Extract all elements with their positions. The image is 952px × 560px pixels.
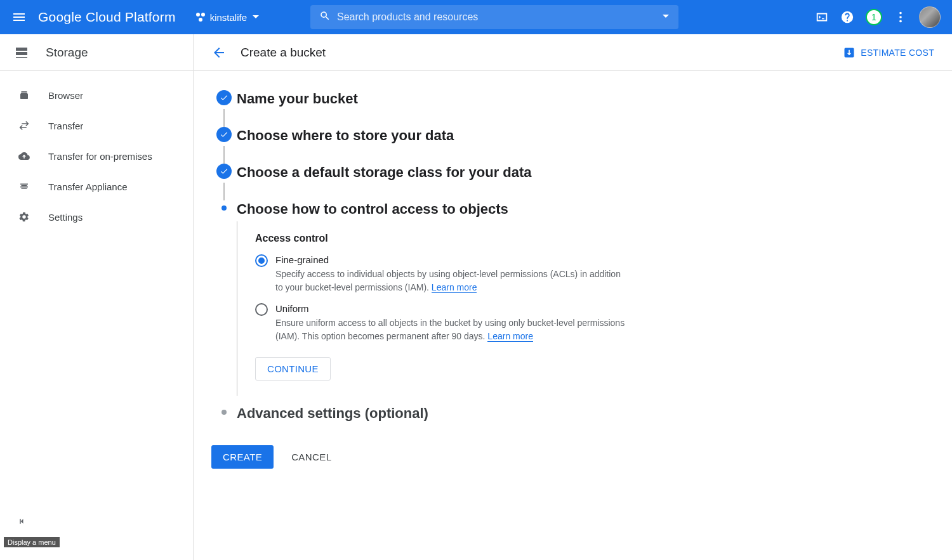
search-input[interactable] [337, 11, 662, 23]
browser-icon [18, 89, 30, 101]
radio-desc: Ensure uniform access to all objects in … [275, 316, 630, 343]
help-icon[interactable] [840, 10, 854, 24]
svg-point-2 [199, 18, 202, 22]
project-selector[interactable]: kinstalife [195, 11, 260, 23]
learn-more-link[interactable]: Learn more [432, 282, 477, 293]
tooltip: Display a menu [4, 537, 60, 547]
step-advanced[interactable]: Advanced settings (optional) [211, 405, 934, 422]
svg-point-1 [201, 13, 205, 16]
sidebar-item-label: Transfer [48, 120, 83, 131]
section-heading: Access control [255, 233, 630, 244]
sidebar-item-label: Browser [48, 90, 83, 101]
cancel-button[interactable]: CANCEL [291, 452, 331, 462]
create-button[interactable]: CREATE [211, 445, 274, 469]
radio-icon [255, 303, 268, 316]
step-title: Name your bucket [237, 90, 358, 107]
radio-label: Uniform [275, 303, 630, 314]
menu-icon[interactable] [11, 10, 27, 25]
more-vert-icon[interactable] [894, 10, 908, 24]
sidebar-item-browser[interactable]: Browser [0, 80, 193, 110]
radio-icon [255, 254, 268, 267]
estimate-icon [843, 46, 856, 59]
step-location[interactable]: Choose where to store your data [211, 127, 934, 164]
access-control-body: Access control Fine-grained Specify acce… [237, 221, 630, 396]
svg-point-3 [899, 12, 902, 15]
sidebar-item-transfer-appliance[interactable]: Transfer Appliance [0, 171, 193, 202]
step-title: Choose a default storage class for your … [237, 164, 532, 181]
notifications-badge[interactable]: 1 [866, 9, 882, 25]
radio-desc: Specify access to individual objects by … [275, 268, 630, 294]
cloud-upload-icon [18, 150, 30, 162]
step-title: Choose where to store your data [237, 127, 454, 144]
active-dot-icon [221, 205, 227, 211]
logo-text[interactable]: Google Cloud Platform [38, 10, 176, 25]
form-actions: CREATE CANCEL [211, 445, 934, 469]
estimate-label: ESTIMATE COST [861, 48, 934, 58]
check-icon [216, 127, 232, 142]
check-icon [216, 90, 232, 105]
chevron-down-icon[interactable] [662, 11, 670, 23]
check-icon [216, 164, 232, 179]
collapse-sidebar-icon[interactable] [17, 516, 28, 530]
project-name: kinstalife [210, 12, 247, 23]
page-title: Create a bucket [241, 46, 326, 60]
step-title: Choose how to control access to objects [237, 200, 508, 218]
svg-point-0 [196, 13, 200, 16]
sidebar-item-transfer-onprem[interactable]: Transfer for on-premises [0, 141, 193, 171]
sidebar-item-settings[interactable]: Settings [0, 202, 193, 232]
continue-button[interactable]: CONTINUE [255, 357, 331, 381]
estimate-cost-button[interactable]: ESTIMATE COST [843, 46, 934, 59]
gear-icon [18, 211, 30, 223]
main-header: Create a bucket ESTIMATE COST [194, 34, 952, 71]
back-arrow-icon[interactable] [211, 45, 227, 60]
transfer-icon [18, 120, 30, 131]
search-icon [319, 10, 331, 24]
main-panel: Create a bucket ESTIMATE COST Name your … [194, 34, 952, 560]
learn-more-link[interactable]: Learn more [487, 331, 533, 342]
sidebar-item-label: Transfer for on-premises [48, 151, 152, 162]
sidebar: Storage Browser Transfer Transfer for on… [0, 34, 194, 560]
cloud-shell-icon[interactable] [815, 10, 829, 24]
sidebar-title[interactable]: Storage [0, 34, 193, 71]
sidebar-item-label: Settings [48, 212, 83, 223]
step-storage-class[interactable]: Choose a default storage class for your … [211, 164, 934, 200]
search-bar[interactable] [310, 5, 678, 29]
top-header: Google Cloud Platform kinstalife 1 [0, 0, 952, 34]
sidebar-item-label: Transfer Appliance [48, 181, 128, 192]
step-access-control[interactable]: Choose how to control access to objects [211, 200, 934, 218]
svg-point-4 [899, 16, 902, 18]
storage-icon [14, 45, 29, 60]
step-name-bucket[interactable]: Name your bucket [211, 90, 934, 127]
chevron-down-icon [252, 13, 260, 21]
inactive-dot-icon [221, 410, 227, 415]
radio-fine-grained[interactable]: Fine-grained Specify access to individua… [255, 254, 630, 294]
step-title: Advanced settings (optional) [237, 405, 428, 422]
project-icon [195, 11, 206, 23]
svg-point-5 [899, 20, 902, 23]
sidebar-title-text: Storage [46, 46, 88, 60]
sidebar-item-transfer[interactable]: Transfer [0, 110, 193, 141]
appliance-icon [18, 181, 30, 192]
radio-label: Fine-grained [275, 254, 630, 265]
avatar[interactable] [919, 6, 941, 28]
radio-uniform[interactable]: Uniform Ensure uniform access to all obj… [255, 303, 630, 343]
